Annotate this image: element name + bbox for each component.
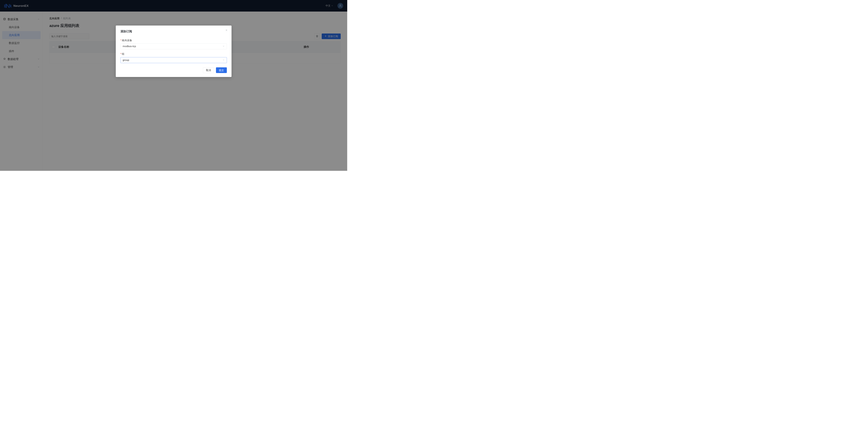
- chevron-down-icon: [222, 59, 224, 62]
- modal-overlay[interactable]: 添加订阅 * 南向设备 modbus-tcp: [0, 0, 347, 171]
- label-text: 组: [122, 52, 124, 56]
- group-select[interactable]: group: [121, 57, 227, 63]
- submit-label: 提交: [219, 68, 224, 72]
- cancel-button[interactable]: 取消: [203, 67, 214, 73]
- chevron-down-icon: [222, 45, 224, 48]
- label-text: 南向设备: [122, 38, 132, 42]
- app-root: NeuronEX 中文 数据采集: [0, 0, 347, 171]
- add-subscription-modal: 添加订阅 * 南向设备 modbus-tcp: [116, 26, 231, 77]
- submit-button[interactable]: 提交: [216, 67, 227, 73]
- south-device-select[interactable]: modbus-tcp: [121, 44, 227, 49]
- required-marker: *: [121, 39, 121, 42]
- form-label-group: * 组: [121, 52, 227, 56]
- close-icon: [225, 29, 228, 31]
- select-value: modbus-tcp: [123, 45, 136, 48]
- modal-close-button[interactable]: [225, 29, 228, 32]
- cancel-label: 取消: [206, 68, 211, 72]
- modal-title: 添加订阅: [121, 29, 227, 33]
- form-label-south-device: * 南向设备: [121, 38, 227, 42]
- select-value: group: [123, 59, 129, 62]
- modal-footer: 取消 提交: [121, 67, 227, 73]
- required-marker: *: [121, 53, 121, 55]
- form-row-group: * 组 group: [121, 52, 227, 63]
- form-row-south-device: * 南向设备 modbus-tcp: [121, 38, 227, 49]
